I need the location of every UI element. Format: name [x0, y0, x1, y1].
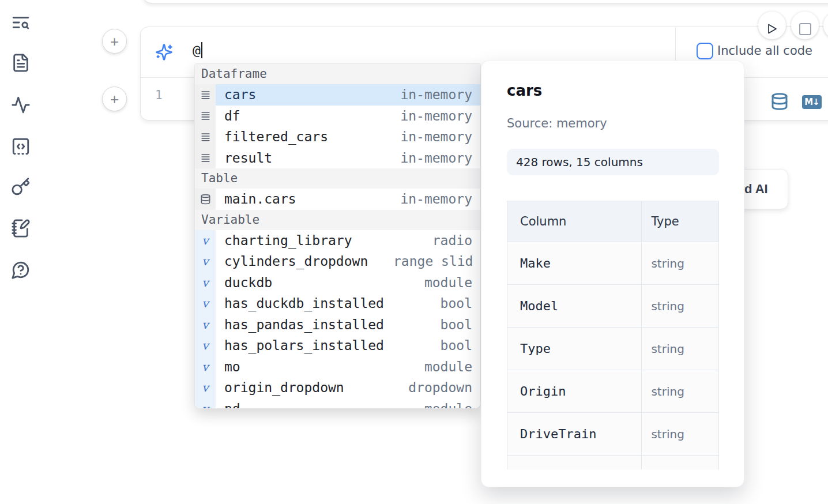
autocomplete-popup: Dataframecarsin-memorydfin-memoryfiltere…: [194, 63, 481, 409]
ai-prompt-value: @: [193, 43, 201, 58]
completion-name: has_pandas_installed: [224, 317, 384, 332]
completion-name: result: [224, 151, 272, 166]
dataframe-icon: [195, 148, 216, 169]
completion-name: pd: [224, 401, 240, 409]
run-cell-button[interactable]: [758, 12, 786, 39]
activity-icon[interactable]: [11, 95, 31, 115]
variable-icon: v: [195, 293, 216, 314]
dataframe-preview-panel: cars Source: memory 428 rows, 15 columns…: [481, 61, 744, 487]
completion-detail: module: [424, 275, 472, 290]
schema-row: DriveTrainstring: [507, 413, 719, 456]
completion-detail: dropdown: [408, 380, 472, 395]
schema-row: Makestring: [507, 242, 719, 285]
column-name: Make: [507, 242, 642, 285]
completion-name: origin_dropdown: [224, 380, 344, 395]
add-cell-below-button[interactable]: +: [102, 86, 127, 111]
variable-icon: v: [195, 335, 216, 356]
completion-section-label: Dataframe: [195, 64, 480, 84]
schema-table: ColumnTypeMakestringModelstringTypestrin…: [507, 201, 719, 469]
completion-name: has_polars_installed: [224, 338, 384, 353]
schema-row: Modelstring: [507, 285, 719, 328]
completion-item[interactable]: resultin-memory: [195, 148, 480, 169]
completion-item[interactable]: dfin-memory: [195, 106, 480, 127]
completion-detail: bool: [441, 338, 472, 353]
ai-prompt-input[interactable]: @: [193, 42, 202, 58]
completion-name: df: [224, 108, 240, 123]
line-number: 1: [155, 88, 163, 102]
dataframe-icon: [195, 106, 216, 127]
completion-item[interactable]: vcharting_libraryradio: [195, 230, 480, 251]
completion-item[interactable]: vhas_polars_installedbool: [195, 335, 480, 356]
completion-item[interactable]: vhas_pandas_installedbool: [195, 314, 480, 336]
markdown-icon: M↓: [802, 95, 822, 109]
completion-item[interactable]: vpdmodule: [195, 398, 480, 409]
stop-button[interactable]: [791, 12, 819, 39]
completion-name: charting_library: [224, 233, 352, 248]
variable-icon: v: [195, 377, 216, 398]
completion-detail: radio: [432, 233, 472, 248]
notebook-pen-icon[interactable]: [11, 219, 31, 238]
preview-source: Source: memory: [507, 116, 607, 130]
completion-item[interactable]: vduckdbmodule: [195, 272, 480, 294]
completion-item[interactable]: vhas_duckdb_installedbool: [195, 293, 480, 314]
sidebar: [0, 0, 42, 504]
completion-name: filtered_cars: [224, 129, 328, 144]
dataframe-icon: [195, 126, 216, 148]
file-text-icon[interactable]: [11, 53, 31, 73]
column-name: DriveTrain: [507, 413, 642, 456]
include-all-code-label: Include all code: [717, 44, 812, 58]
completion-item[interactable]: main.carsin-memory: [195, 189, 480, 210]
schema-row-clipped: [507, 456, 719, 470]
datasource-icon[interactable]: [770, 92, 789, 111]
completion-name: duckdb: [224, 275, 272, 290]
dataframe-icon: [195, 84, 216, 106]
completion-detail: module: [424, 401, 472, 409]
variable-icon: v: [195, 251, 216, 272]
completion-section-label: Table: [195, 168, 480, 189]
include-all-code-checkbox[interactable]: [697, 43, 713, 59]
completion-detail: in-memory: [400, 87, 472, 102]
shape-badge: 428 rows, 15 columns: [507, 149, 719, 175]
completion-detail: in-memory: [400, 108, 472, 123]
variable-icon: v: [195, 272, 216, 294]
completion-item[interactable]: vmomodule: [195, 356, 480, 378]
completion-detail: module: [424, 359, 472, 374]
completion-item[interactable]: vcylinders_dropdownrange_slider: [195, 251, 480, 272]
completion-item[interactable]: vorigin_dropdowndropdown: [195, 377, 480, 398]
schema-table-wrap: ColumnTypeMakestringModelstringTypestrin…: [507, 201, 720, 469]
column-type: string: [642, 328, 719, 370]
column-name: Model: [507, 285, 642, 328]
schema-header: Column: [507, 201, 642, 242]
variable-icon: v: [195, 230, 216, 251]
text-search-icon[interactable]: [11, 13, 31, 32]
completion-item[interactable]: carsin-memory: [195, 84, 480, 106]
schema-row: Typestring: [507, 328, 719, 370]
add-cell-above-button[interactable]: +: [102, 29, 127, 54]
column-type: string: [642, 413, 719, 456]
marimo-notebook: + + @ Include all code 1 M↓ d AI Datafra…: [0, 0, 828, 504]
key-icon[interactable]: [11, 177, 31, 197]
text-cursor: [201, 42, 202, 58]
completion-name: main.cars: [224, 191, 296, 206]
completion-item[interactable]: filtered_carsin-memory: [195, 126, 480, 148]
completion-detail: range_slider: [393, 254, 472, 269]
completion-detail: bool: [441, 296, 472, 311]
completion-detail: in-memory: [400, 129, 472, 144]
table-icon: [195, 189, 216, 210]
completion-section-label: Variable: [195, 210, 480, 230]
previous-cell-bottom-edge: [143, 0, 828, 3]
variable-icon: v: [195, 314, 216, 336]
stop-square-icon: [799, 23, 811, 35]
preview-title: cars: [507, 82, 542, 99]
code-snippets-icon[interactable]: [11, 137, 31, 156]
column-name: Origin: [507, 370, 642, 413]
completion-detail: in-memory: [400, 151, 472, 166]
help-chat-icon[interactable]: [11, 260, 31, 280]
variable-icon: v: [195, 356, 216, 378]
completion-name: mo: [224, 359, 240, 374]
schema-row: Originstring: [507, 370, 719, 413]
column-name: Type: [507, 328, 642, 370]
variable-icon: v: [195, 398, 216, 409]
completion-detail: bool: [441, 317, 472, 332]
column-type: string: [642, 285, 719, 328]
